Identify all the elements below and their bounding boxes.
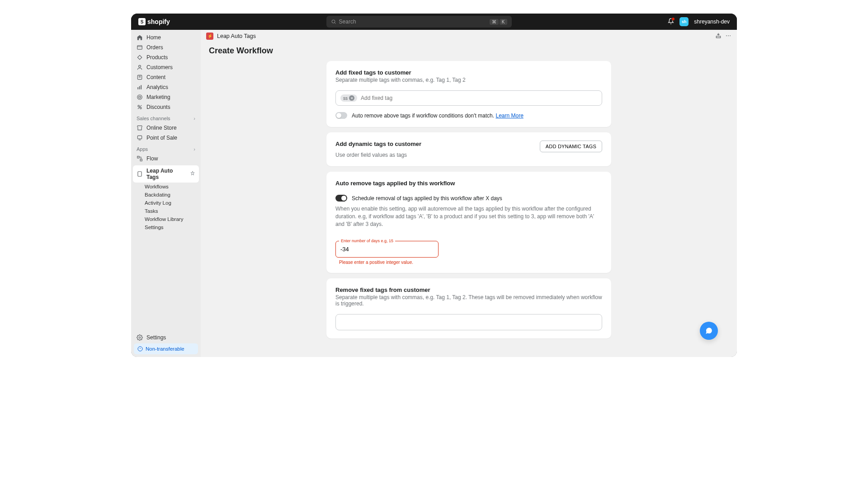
nav-home[interactable]: Home — [131, 33, 201, 42]
svg-rect-16 — [138, 172, 142, 177]
search-input[interactable]: Search ⌘ K — [326, 16, 512, 28]
apps-header: Apps› — [131, 143, 201, 154]
nav-leap-auto-tags[interactable]: Leap Auto Tags — [133, 165, 199, 183]
nav-pos[interactable]: Point of Sale — [131, 133, 201, 143]
svg-point-22 — [728, 35, 729, 36]
card-auto-remove: Auto remove tags applied by this workflo… — [326, 172, 611, 273]
discounts-icon — [137, 104, 143, 110]
shopify-logo[interactable]: S shopify — [138, 18, 170, 25]
nav-orders[interactable]: Orders — [131, 42, 201, 52]
svg-rect-6 — [139, 86, 140, 89]
validation-error: Please enter a positive integer value. — [335, 260, 439, 265]
svg-point-23 — [730, 35, 731, 36]
chevron-right-icon[interactable]: › — [193, 116, 195, 121]
user-avatar[interactable]: sh — [679, 17, 689, 26]
add-dynamic-tags-button[interactable]: ADD DYNAMIC TAGS — [540, 141, 602, 152]
toggle-label: Auto remove above tags if workflow condi… — [352, 113, 524, 119]
remove-tags-input[interactable] — [335, 314, 602, 330]
svg-point-21 — [726, 35, 727, 36]
topbar-right: sh shreyansh-dev — [668, 17, 730, 26]
app-body: Home Orders Products Customers Content A… — [131, 30, 737, 357]
svg-point-10 — [138, 105, 140, 107]
main-area: ⚡ Leap Auto Tags Create Workflow Add fix… — [201, 30, 737, 357]
card-title: Add fixed tags to customer — [335, 69, 602, 76]
search-kbd-hint: ⌘ K — [490, 19, 507, 25]
pin-app-button[interactable] — [715, 33, 722, 40]
svg-point-0 — [332, 20, 335, 23]
svg-rect-7 — [141, 85, 142, 89]
svg-line-12 — [138, 105, 142, 109]
nav-marketing[interactable]: Marketing — [131, 92, 201, 102]
notifications-button[interactable] — [668, 18, 674, 26]
help-chat-button[interactable] — [700, 322, 718, 340]
content-icon — [137, 74, 143, 80]
svg-line-1 — [335, 23, 335, 23]
non-transferable-banner[interactable]: Non-transferable — [134, 343, 198, 354]
nav-workflows[interactable]: Workflows — [131, 183, 201, 191]
svg-point-17 — [139, 337, 141, 338]
auto-remove-toggle[interactable] — [335, 112, 347, 119]
info-icon — [137, 346, 143, 352]
card-subtitle: Use order field values as tags — [335, 152, 421, 158]
store-icon — [137, 125, 143, 131]
svg-point-3 — [139, 65, 141, 67]
nav-flow[interactable]: Flow — [131, 154, 201, 164]
app-header: ⚡ Leap Auto Tags — [201, 30, 737, 42]
app-name: Leap Auto Tags — [217, 33, 256, 39]
nav-customers[interactable]: Customers — [131, 62, 201, 72]
analytics-icon — [137, 84, 143, 90]
nav-activity-log[interactable]: Activity Log — [131, 199, 201, 207]
shopify-bag-icon: S — [138, 18, 146, 25]
learn-more-link[interactable]: Learn More — [495, 113, 523, 119]
nav-backdating[interactable]: Backdating — [131, 191, 201, 199]
orders-icon — [137, 44, 143, 51]
tag-pill[interactable]: ss✕ — [340, 94, 357, 102]
gear-icon — [137, 334, 143, 341]
card-title: Remove fixed tags from customer — [335, 286, 602, 293]
nav-content[interactable]: Content — [131, 72, 201, 82]
card-remove-fixed: Remove fixed tags from customer Separate… — [326, 278, 611, 338]
svg-rect-15 — [140, 159, 142, 161]
sidebar: Home Orders Products Customers Content A… — [131, 30, 201, 357]
pos-icon — [137, 135, 143, 141]
search-icon — [331, 19, 336, 24]
add-fixed-tag-field[interactable] — [361, 95, 597, 101]
fixed-tags-input[interactable]: ss✕ — [335, 90, 602, 106]
search-placeholder: Search — [339, 19, 356, 25]
nav-settings[interactable]: Settings — [131, 332, 201, 343]
card-title: Add dynamic tags to customer — [335, 141, 421, 147]
flow-icon — [137, 155, 143, 162]
nav-products[interactable]: Products — [131, 52, 201, 62]
card-dynamic-tags: Add dynamic tags to customer Use order f… — [326, 132, 611, 166]
nav-app-settings[interactable]: Settings — [131, 223, 201, 231]
page-title: Create Workflow — [201, 42, 737, 61]
card-title: Auto remove tags applied by this workflo… — [335, 180, 602, 187]
nav-analytics[interactable]: Analytics — [131, 82, 201, 92]
app-pin-icon — [137, 171, 143, 177]
pin-icon[interactable] — [190, 171, 195, 178]
days-field-label: Enter number of days e.g, 15 — [339, 239, 395, 243]
remove-tag-icon[interactable]: ✕ — [349, 95, 354, 101]
marketing-icon — [137, 94, 143, 100]
days-input[interactable] — [335, 241, 439, 258]
schedule-removal-toggle[interactable] — [335, 195, 347, 202]
svg-point-9 — [139, 96, 141, 99]
nav-online-store[interactable]: Online Store — [131, 123, 201, 133]
chevron-right-icon[interactable]: › — [193, 146, 195, 152]
svg-rect-5 — [137, 87, 138, 89]
nav-tasks[interactable]: Tasks — [131, 207, 201, 215]
nav-workflow-library[interactable]: Workflow Library — [131, 215, 201, 223]
notification-dot — [671, 17, 675, 21]
toggle-label: Schedule removal of tags applied by this… — [352, 195, 502, 202]
svg-rect-14 — [137, 156, 139, 158]
nav-discounts[interactable]: Discounts — [131, 102, 201, 112]
content-scroll[interactable]: Add fixed tags to customer Separate mult… — [201, 61, 737, 357]
username[interactable]: shreyansh-dev — [694, 19, 730, 25]
customers-icon — [137, 64, 143, 70]
svg-rect-2 — [137, 46, 142, 49]
app-window: S shopify Search ⌘ K sh shreyansh-dev Ho… — [131, 14, 737, 357]
card-fixed-tags: Add fixed tags to customer Separate mult… — [326, 61, 611, 127]
svg-point-11 — [140, 108, 142, 109]
auto-remove-desc: When you enable this setting, app will a… — [335, 205, 602, 228]
more-button[interactable] — [725, 33, 731, 40]
